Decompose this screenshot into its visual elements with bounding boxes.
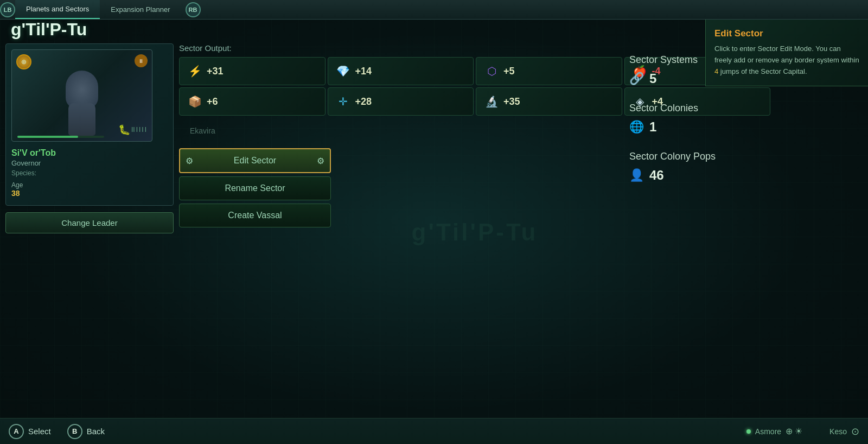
select-button-circle[interactable]: A bbox=[9, 424, 24, 439]
output-cell-consumer: 📦 +6 bbox=[179, 87, 326, 116]
alien-figure bbox=[55, 65, 109, 141]
tab-expansion-planner[interactable]: Expansion Planner bbox=[100, 0, 181, 19]
governor-age-label: Age bbox=[11, 181, 168, 189]
location-name-2: Keso bbox=[829, 427, 847, 436]
governor-portrait: ⊕ ⏸ 🐛 IIIIII bbox=[11, 49, 152, 142]
tooltip-text-before: Click to enter Sector Edit Mode. You can… bbox=[714, 45, 859, 64]
sector-pops-number: 46 bbox=[649, 168, 664, 183]
sector-colonies-section: Sector Colonies 🌐 1 bbox=[629, 103, 760, 135]
edit-sector-left-icon: ⚙ bbox=[186, 156, 193, 166]
energy-icon: ⚡ bbox=[187, 65, 202, 78]
location-icons: ⊕ ☀ bbox=[786, 426, 802, 436]
alloys-value: +5 bbox=[503, 66, 515, 77]
location-name: Asmore bbox=[755, 427, 781, 436]
top-nav: LB Planets and Sectors Expansion Planner… bbox=[0, 0, 868, 20]
governor-age-section: Age 38 bbox=[11, 181, 168, 198]
health-bar-fill bbox=[17, 136, 78, 138]
unity-value: +28 bbox=[355, 96, 372, 107]
health-bar-bg bbox=[17, 136, 104, 138]
tab-planets-sectors[interactable]: Planets and Sectors bbox=[15, 0, 100, 19]
output-cell-energy: ⚡ +31 bbox=[179, 57, 326, 85]
output-cell-minerals: 💎 +14 bbox=[328, 57, 474, 85]
back-action: B Back bbox=[67, 424, 105, 439]
minerals-value: +14 bbox=[355, 66, 372, 77]
sector-colonies-number: 1 bbox=[649, 119, 656, 135]
select-label: Select bbox=[28, 427, 51, 436]
portrait-pause-icon: ⏸ bbox=[135, 54, 148, 67]
rename-sector-button[interactable]: Rename Sector bbox=[179, 176, 331, 200]
portrait-insects: 🐛 IIIIII bbox=[118, 124, 146, 136]
location-icon-2: ☀ bbox=[795, 426, 802, 436]
bottom-location-2: Keso ⊙ bbox=[829, 426, 859, 437]
lb-button[interactable]: LB bbox=[0, 2, 15, 17]
alien-torso bbox=[68, 103, 95, 136]
sector-systems-icon: 🔗 bbox=[629, 72, 644, 86]
left-panel: ⊕ ⏸ 🐛 IIIIII Si'V or'Tob Governor Specie… bbox=[5, 43, 174, 233]
tooltip-panel: Edit Sector Click to enter Sector Edit M… bbox=[705, 20, 868, 86]
research-value: +35 bbox=[503, 96, 520, 107]
governor-age-value: 38 bbox=[11, 189, 168, 198]
portrait-badge-icon: ⊕ bbox=[16, 54, 31, 69]
back-button-circle[interactable]: B bbox=[67, 424, 82, 439]
sector-colonies-icon: 🌐 bbox=[629, 120, 644, 134]
research-icon: 🔬 bbox=[484, 95, 499, 108]
sector-systems-number: 5 bbox=[649, 71, 656, 86]
sector-pops-section: Sector Colony Pops 👤 46 bbox=[629, 151, 760, 183]
select-action: A Select bbox=[9, 424, 51, 439]
sector-pops-icon: 👤 bbox=[629, 168, 644, 182]
output-cell-unity: ✛ +28 bbox=[328, 87, 474, 116]
rb-button[interactable]: RB bbox=[186, 2, 201, 17]
alloys-icon: ⬡ bbox=[484, 65, 499, 78]
tooltip-text-after: jumps of the Sector Capital. bbox=[718, 67, 807, 75]
map-node-label: Ekavira bbox=[190, 126, 215, 135]
bottom-bar: A Select B Back Asmore ⊕ ☀ Keso ⊙ bbox=[0, 418, 868, 444]
location-icon-1: ⊕ bbox=[786, 426, 793, 436]
page-title: g'Til'P-Tu bbox=[11, 20, 87, 40]
output-cell-research: 🔬 +35 bbox=[476, 87, 622, 116]
location-icon-3: ⊙ bbox=[851, 426, 859, 437]
location-dot bbox=[746, 429, 751, 434]
bottom-location: Asmore ⊕ ☀ bbox=[746, 426, 802, 436]
governor-species-label: Species: bbox=[11, 169, 168, 177]
sector-pops-value-row: 👤 46 bbox=[629, 168, 760, 183]
governor-card: ⊕ ⏸ 🐛 IIIIII Si'V or'Tob Governor Specie… bbox=[5, 43, 174, 206]
governor-name: Si'V or'Tob bbox=[11, 148, 168, 158]
edit-sector-button[interactable]: ⚙ Edit Sector ⚙ bbox=[179, 148, 331, 173]
governor-info: Si'V or'Tob Governor Species: Age 38 bbox=[11, 146, 168, 200]
sector-watermark: g'Til'P-Tu bbox=[412, 219, 538, 246]
sector-colonies-label: Sector Colonies bbox=[629, 103, 760, 114]
change-leader-button[interactable]: Change Leader bbox=[5, 212, 174, 233]
minerals-icon: 💎 bbox=[336, 65, 351, 78]
consumer-icon: 📦 bbox=[187, 95, 202, 108]
back-label: Back bbox=[87, 427, 105, 436]
create-vassal-button[interactable]: Create Vassal bbox=[179, 204, 331, 227]
energy-value: +31 bbox=[207, 66, 224, 77]
tooltip-text: Click to enter Sector Edit Mode. You can… bbox=[714, 43, 859, 77]
sector-colonies-value-row: 🌐 1 bbox=[629, 119, 760, 135]
edit-sector-right-icon: ⚙ bbox=[317, 156, 324, 166]
tooltip-title: Edit Sector bbox=[714, 28, 859, 39]
governor-title: Governor bbox=[11, 159, 168, 167]
consumer-value: +6 bbox=[207, 96, 218, 107]
output-cell-alloys: ⬡ +5 bbox=[476, 57, 622, 85]
sector-pops-label: Sector Colony Pops bbox=[629, 151, 760, 162]
unity-icon: ✛ bbox=[336, 95, 351, 108]
action-buttons-group: ⚙ Edit Sector ⚙ Rename Sector Create Vas… bbox=[179, 148, 331, 227]
